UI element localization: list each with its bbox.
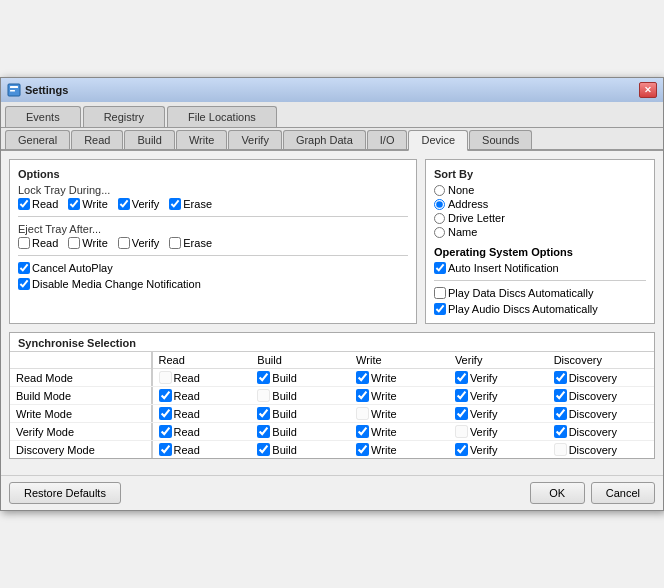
tab-verify[interactable]: Verify (228, 130, 282, 149)
cb-2-build[interactable] (257, 407, 270, 420)
sort-none-radio[interactable] (434, 185, 445, 196)
sort-name-item[interactable]: Name (434, 226, 646, 238)
disable-media-checkbox[interactable] (18, 278, 30, 290)
cb-4-build[interactable] (257, 443, 270, 456)
sync-buildmode-discovery[interactable]: Discovery (548, 387, 654, 405)
sync-buildmode-verify[interactable]: Verify (449, 387, 548, 405)
cb-2-read[interactable] (159, 407, 172, 420)
sync-writemode-build[interactable]: Build (251, 405, 350, 423)
cb-0-build[interactable] (257, 371, 270, 384)
cb-3-read[interactable] (159, 425, 172, 438)
eject-erase-checkbox[interactable] (169, 237, 181, 249)
sync-readmode-discovery[interactable]: Discovery (548, 369, 654, 387)
eject-write-checkbox[interactable] (68, 237, 80, 249)
sort-name-radio[interactable] (434, 227, 445, 238)
sync-buildmode-build[interactable]: Build (251, 387, 350, 405)
close-button[interactable]: ✕ (639, 82, 657, 98)
sync-writemode-verify[interactable]: Verify (449, 405, 548, 423)
tab-sounds[interactable]: Sounds (469, 130, 532, 149)
auto-insert-item[interactable]: Auto Insert Notification (434, 262, 646, 274)
eject-verify-checkbox[interactable] (118, 237, 130, 249)
sync-writemode-read[interactable]: Read (153, 405, 252, 423)
lock-read-item[interactable]: Read (18, 198, 58, 210)
cb-3-discovery[interactable] (554, 425, 567, 438)
tab-build[interactable]: Build (124, 130, 174, 149)
sync-verifymode-verify[interactable]: Verify (449, 423, 548, 441)
sync-verifymode-discovery[interactable]: Discovery (548, 423, 654, 441)
cb-1-build[interactable] (257, 389, 270, 402)
play-audio-checkbox[interactable] (434, 303, 446, 315)
tab-device[interactable]: Device (408, 130, 468, 151)
eject-erase-item[interactable]: Erase (169, 237, 212, 249)
lock-erase-checkbox[interactable] (169, 198, 181, 210)
restore-defaults-button[interactable]: Restore Defaults (9, 482, 121, 504)
lock-write-checkbox[interactable] (68, 198, 80, 210)
cb-2-discovery[interactable] (554, 407, 567, 420)
sync-buildmode-write[interactable]: Write (350, 387, 449, 405)
cb-1-verify[interactable] (455, 389, 468, 402)
cb-3-verify[interactable] (455, 425, 468, 438)
tab-io[interactable]: I/O (367, 130, 408, 149)
tab-events[interactable]: Events (5, 106, 81, 127)
cb-4-discovery[interactable] (554, 443, 567, 456)
sync-verifymode-build[interactable]: Build (251, 423, 350, 441)
cancel-autoplay-item[interactable]: Cancel AutoPlay (18, 262, 408, 274)
sort-address-item[interactable]: Address (434, 198, 646, 210)
cb-0-write[interactable] (356, 371, 369, 384)
sync-discoverymode-write[interactable]: Write (350, 441, 449, 459)
sync-writemode-write[interactable]: Write (350, 405, 449, 423)
cb-4-verify[interactable] (455, 443, 468, 456)
eject-read-checkbox[interactable] (18, 237, 30, 249)
sort-none-item[interactable]: None (434, 184, 646, 196)
tab-file-locations[interactable]: File Locations (167, 106, 277, 127)
cb-3-build[interactable] (257, 425, 270, 438)
sync-readmode-build[interactable]: Build (251, 369, 350, 387)
cb-1-discovery[interactable] (554, 389, 567, 402)
cb-2-write[interactable] (356, 407, 369, 420)
tab-write[interactable]: Write (176, 130, 227, 149)
cb-2-verify[interactable] (455, 407, 468, 420)
lock-verify-item[interactable]: Verify (118, 198, 160, 210)
sync-discoverymode-verify[interactable]: Verify (449, 441, 548, 459)
cb-1-read[interactable] (159, 389, 172, 402)
auto-insert-checkbox[interactable] (434, 262, 446, 274)
tab-graph-data[interactable]: Graph Data (283, 130, 366, 149)
lock-write-item[interactable]: Write (68, 198, 107, 210)
ok-button[interactable]: OK (530, 482, 585, 504)
lock-erase-item[interactable]: Erase (169, 198, 212, 210)
sync-readmode-write[interactable]: Write (350, 369, 449, 387)
sync-buildmode-read[interactable]: Read (153, 387, 252, 405)
cancel-button[interactable]: Cancel (591, 482, 655, 504)
tab-registry[interactable]: Registry (83, 106, 165, 127)
cb-0-discovery[interactable] (554, 371, 567, 384)
sort-drive-letter-radio[interactable] (434, 213, 445, 224)
sync-readmode-read[interactable]: Read (153, 369, 252, 387)
tab-read[interactable]: Read (71, 130, 123, 149)
sync-verifymode-read[interactable]: Read (153, 423, 252, 441)
lock-verify-checkbox[interactable] (118, 198, 130, 210)
sync-discoverymode-discovery[interactable]: Discovery (548, 441, 654, 459)
eject-verify-item[interactable]: Verify (118, 237, 160, 249)
sync-discoverymode-build[interactable]: Build (251, 441, 350, 459)
sort-address-radio[interactable] (434, 199, 445, 210)
eject-read-item[interactable]: Read (18, 237, 58, 249)
tab-general[interactable]: General (5, 130, 70, 149)
cb-4-write[interactable] (356, 443, 369, 456)
sort-drive-letter-item[interactable]: Drive Letter (434, 212, 646, 224)
disable-media-item[interactable]: Disable Media Change Notification (18, 278, 408, 290)
sync-writemode-discovery[interactable]: Discovery (548, 405, 654, 423)
play-audio-item[interactable]: Play Audio Discs Automatically (434, 303, 646, 315)
play-data-checkbox[interactable] (434, 287, 446, 299)
cb-4-read[interactable] (159, 443, 172, 456)
sync-readmode-verify[interactable]: Verify (449, 369, 548, 387)
cb-1-write[interactable] (356, 389, 369, 402)
eject-write-item[interactable]: Write (68, 237, 107, 249)
cancel-autoplay-checkbox[interactable] (18, 262, 30, 274)
play-data-item[interactable]: Play Data Discs Automatically (434, 287, 646, 299)
cb-3-write[interactable] (356, 425, 369, 438)
cb-0-verify[interactable] (455, 371, 468, 384)
cb-0-read[interactable] (159, 371, 172, 384)
sync-discoverymode-read[interactable]: Read (153, 441, 252, 459)
sync-verifymode-write[interactable]: Write (350, 423, 449, 441)
lock-read-checkbox[interactable] (18, 198, 30, 210)
